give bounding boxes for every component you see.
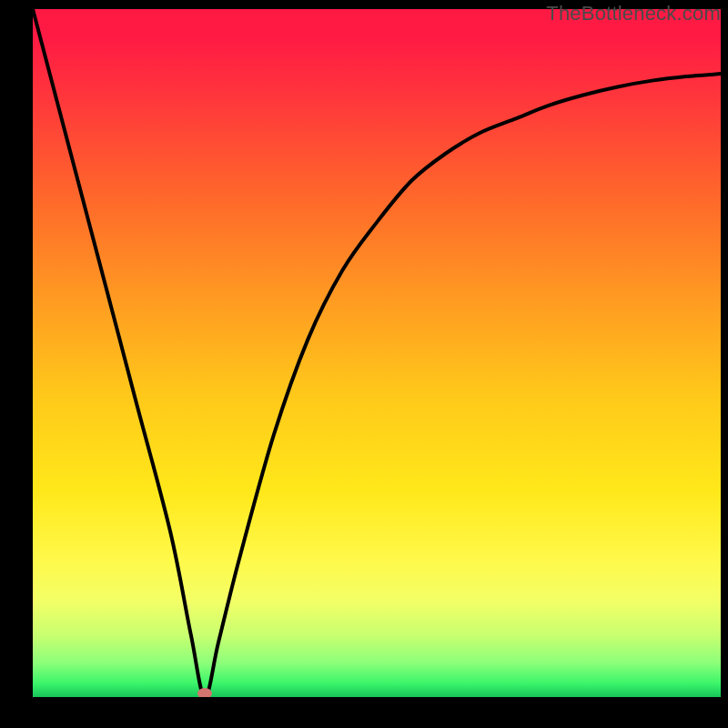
chart-overlay bbox=[33, 9, 721, 697]
attribution-text: TheBottleneck.com bbox=[546, 2, 721, 25]
bottleneck-curve bbox=[33, 9, 721, 697]
chart-stage: TheBottleneck.com bbox=[0, 0, 728, 728]
